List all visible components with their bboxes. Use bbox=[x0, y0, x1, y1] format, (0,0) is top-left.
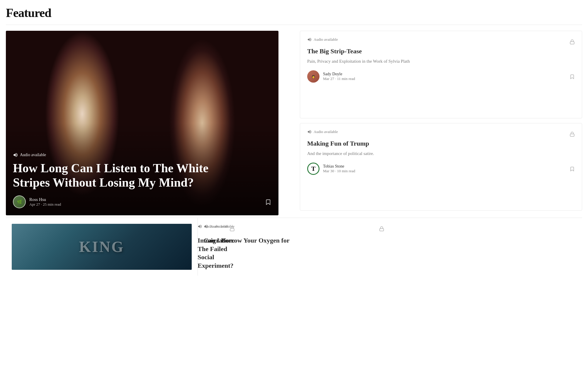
hero-article[interactable]: Audio available How Long Can I Listen to… bbox=[6, 31, 278, 215]
hero-audio-label: Audio available bbox=[20, 153, 46, 157]
sidebar-article-1[interactable]: Audio available Making Fun of Trump And … bbox=[300, 123, 582, 211]
page-title: Featured bbox=[6, 6, 582, 20]
bottom-article-0[interactable]: Audio available Immigration: The Failed … bbox=[6, 218, 198, 276]
sidebar-0-author-row: 👩 Sady Doyle Mar 27 · 11 min read bbox=[307, 70, 575, 83]
sidebar-1-avatar: T bbox=[307, 163, 320, 175]
bottom-1-lock-icon bbox=[379, 225, 384, 231]
svg-rect-0 bbox=[570, 42, 574, 44]
hero-author-info: 🌿 Ross Hsu Apr 27 · 25 min read bbox=[13, 195, 61, 208]
hero-audio-badge: Audio available bbox=[13, 152, 271, 158]
sidebar-1-subtitle: And the importance of political satire. bbox=[307, 150, 575, 157]
hero-title: How Long Can I Listen to The White Strip… bbox=[13, 161, 218, 190]
hero-author-name: Ross Hsu bbox=[29, 197, 61, 202]
bottom-1-audio-label: Audio available bbox=[210, 224, 234, 229]
sidebar-0-audio-badge: Audio available bbox=[307, 37, 338, 42]
bottom-1-audio-badge: Audio available bbox=[204, 224, 234, 229]
sidebar-1-audio-badge: Audio available bbox=[307, 129, 338, 134]
sidebar-1-author-row: T Tobias Stone Mar 30 · 10 min read bbox=[307, 163, 575, 175]
sidebar-0-audio-row: Audio available bbox=[307, 37, 575, 46]
sidebar-1-author-info: T Tobias Stone Mar 30 · 10 min read bbox=[307, 163, 355, 175]
sidebar-article-0[interactable]: Audio available The Big Strip-Tease Pain… bbox=[300, 31, 582, 118]
sidebar-1-bookmark-icon[interactable] bbox=[570, 166, 575, 172]
sidebar-0-author-meta: Mar 27 · 11 min read bbox=[323, 76, 355, 81]
sidebar-1-title: Making Fun of Trump bbox=[307, 139, 575, 148]
sidebar-0-title: The Big Strip-Tease bbox=[307, 47, 575, 56]
svg-rect-1 bbox=[570, 134, 574, 136]
sidebar-1-audio-row: Audio available bbox=[307, 129, 575, 138]
sidebar: Audio available The Big Strip-Tease Pain… bbox=[294, 31, 582, 215]
sidebar-0-avatar: 👩 bbox=[307, 70, 320, 83]
sidebar-0-author-info: 👩 Sady Doyle Mar 27 · 11 min read bbox=[307, 70, 355, 83]
hero-author-text: Ross Hsu Apr 27 · 25 min read bbox=[29, 197, 61, 207]
bottom-article-1[interactable]: Audio available Can I Borrow Your Oxygen… bbox=[198, 218, 390, 276]
bottom-1-speaker-icon bbox=[204, 224, 208, 229]
hero-bookmark-icon[interactable] bbox=[265, 198, 271, 205]
sidebar-0-author-text: Sady Doyle Mar 27 · 11 min read bbox=[323, 72, 355, 81]
page-header: Featured bbox=[0, 0, 588, 25]
sidebar-0-avatar-img: 👩 bbox=[312, 75, 315, 78]
sidebar-1-audio-label: Audio available bbox=[314, 129, 338, 134]
sidebar-1-speaker-icon bbox=[307, 129, 312, 134]
bottom-1-title: Can I Borrow Your Oxygen for bbox=[204, 236, 384, 245]
hero-overlay: Audio available How Long Can I Listen to… bbox=[6, 145, 278, 215]
bottom-row: Audio available Immigration: The Failed … bbox=[6, 218, 582, 276]
bottom-1-audio-row: Audio available bbox=[204, 224, 384, 233]
hero-avatar-initials: 🌿 bbox=[17, 199, 22, 204]
sidebar-1-author-name: Tobias Stone bbox=[323, 164, 355, 169]
main-content: Audio available How Long Can I Listen to… bbox=[0, 25, 588, 282]
hero-author-meta: Apr 27 · 25 min read bbox=[29, 202, 61, 207]
bottom-content-1: Audio available Can I Borrow Your Oxygen… bbox=[204, 224, 384, 245]
hero-author-avatar: 🌿 bbox=[13, 195, 26, 208]
sidebar-0-bookmark-icon[interactable] bbox=[570, 74, 575, 80]
hero-image: Audio available How Long Can I Listen to… bbox=[6, 31, 278, 215]
sidebar-0-audio-label: Audio available bbox=[314, 37, 338, 42]
sidebar-1-lock-icon bbox=[570, 131, 575, 137]
sidebar-0-subtitle: Pain, Privacy and Exploitation in the Wo… bbox=[307, 58, 575, 65]
svg-rect-3 bbox=[380, 228, 384, 231]
sidebar-1-author-text: Tobias Stone Mar 30 · 10 min read bbox=[323, 164, 355, 173]
sidebar-0-lock-icon bbox=[570, 38, 575, 45]
hero-author-row: 🌿 Ross Hsu Apr 27 · 25 min read bbox=[13, 195, 271, 208]
sidebar-0-author-name: Sady Doyle bbox=[323, 72, 355, 76]
sidebar-0-speaker-icon bbox=[307, 37, 312, 42]
sidebar-1-author-meta: Mar 30 · 10 min read bbox=[323, 169, 355, 173]
bottom-thumb-0 bbox=[12, 224, 192, 270]
speaker-icon bbox=[13, 152, 18, 158]
sidebar-1-avatar-letter: T bbox=[311, 165, 316, 173]
